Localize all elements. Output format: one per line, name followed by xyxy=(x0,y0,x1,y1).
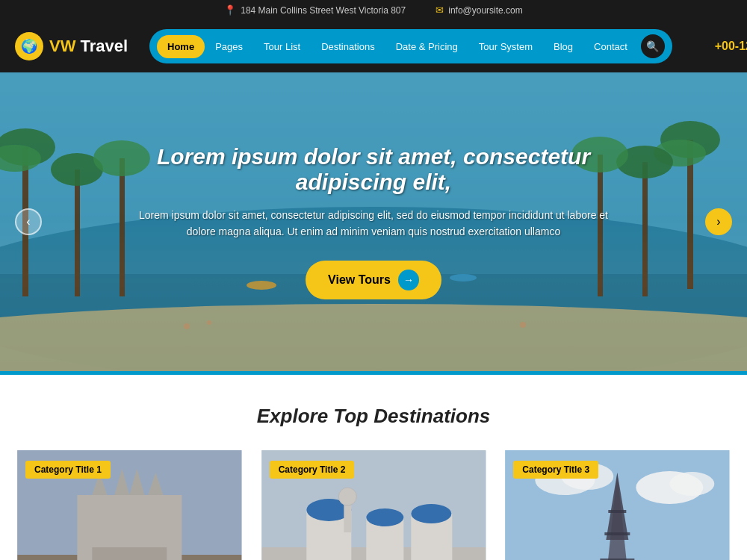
nav-tour-list[interactable]: Tour List xyxy=(253,35,311,58)
view-tours-label: View Tours xyxy=(328,273,391,287)
email-text: info@yoursite.com xyxy=(448,5,523,16)
hero-content: Lorem ipsum dolor sit amet, consectetur … xyxy=(112,144,635,300)
svg-rect-7 xyxy=(75,169,80,296)
nav-tour-system[interactable]: Tour System xyxy=(468,35,543,58)
svg-point-20 xyxy=(520,322,526,328)
svg-rect-12 xyxy=(642,162,648,296)
hero-subtitle: Lorem ipsum dolor sit amet, consectetur … xyxy=(127,207,620,240)
search-button[interactable]: 🔍 xyxy=(641,34,665,58)
category-tag-3: Category Title 3 xyxy=(513,461,598,479)
destinations-section: Explore Top Destinations xyxy=(0,375,747,560)
address-text: 184 Main Collins Street West Victoria 80… xyxy=(241,5,406,16)
email-icon: ✉ xyxy=(436,4,444,16)
svg-point-18 xyxy=(184,323,190,329)
hero-next-button[interactable]: › xyxy=(705,208,732,235)
logo-icon: 🌍 xyxy=(15,32,43,60)
nav-date-pricing[interactable]: Date & Pricing xyxy=(385,35,468,58)
destinations-grid: Category Title 1 Destination Name 01 xyxy=(15,450,732,560)
arrow-icon: → xyxy=(398,270,419,290)
nav-blog[interactable]: Blog xyxy=(543,35,583,58)
address-bar: 📍 184 Main Collins Street West Victoria … xyxy=(224,4,406,16)
hero-prev-button[interactable]: ‹ xyxy=(15,208,42,235)
phone-number: +00-123-567-890 xyxy=(687,40,747,53)
main-nav: Home Pages Tour List Destinations Date &… xyxy=(149,29,672,63)
view-tours-button[interactable]: View Tours → xyxy=(306,261,441,299)
destination-card-3[interactable]: Category Title 3 Destination Name 03 xyxy=(503,450,732,560)
nav-contact[interactable]: Contact xyxy=(583,35,638,58)
top-bar: 📍 184 Main Collins Street West Victoria … xyxy=(0,0,747,20)
logo-text: VW Travel xyxy=(49,37,128,56)
destination-card-2[interactable]: Category Title 2 Destination Name 02 xyxy=(259,450,489,560)
prev-icon: ‹ xyxy=(26,215,30,228)
hero-section: ‹ Lorem ipsum dolor sit amet, consectetu… xyxy=(0,72,747,371)
nav-destinations[interactable]: Destinations xyxy=(311,35,385,58)
destinations-title: Explore Top Destinations xyxy=(15,405,732,428)
email-bar: ✉ info@yoursite.com xyxy=(436,4,523,16)
nav-pages[interactable]: Pages xyxy=(205,35,253,58)
nav-home[interactable]: Home xyxy=(157,35,205,58)
hero-title: Lorem ipsum dolor sit amet, consectetur … xyxy=(127,144,620,195)
logo[interactable]: 🌍 VW Travel xyxy=(15,32,134,60)
next-icon: › xyxy=(716,215,720,228)
svg-point-3 xyxy=(0,304,747,371)
svg-point-19 xyxy=(207,320,211,325)
location-icon: 📍 xyxy=(224,4,236,16)
category-tag-2: Category Title 2 xyxy=(270,461,355,479)
category-tag-1: Category Title 1 xyxy=(25,461,111,479)
header: 🌍 VW Travel Home Pages Tour List Destina… xyxy=(0,20,747,72)
destination-card-1[interactable]: Category Title 1 Destination Name 01 xyxy=(15,450,244,560)
